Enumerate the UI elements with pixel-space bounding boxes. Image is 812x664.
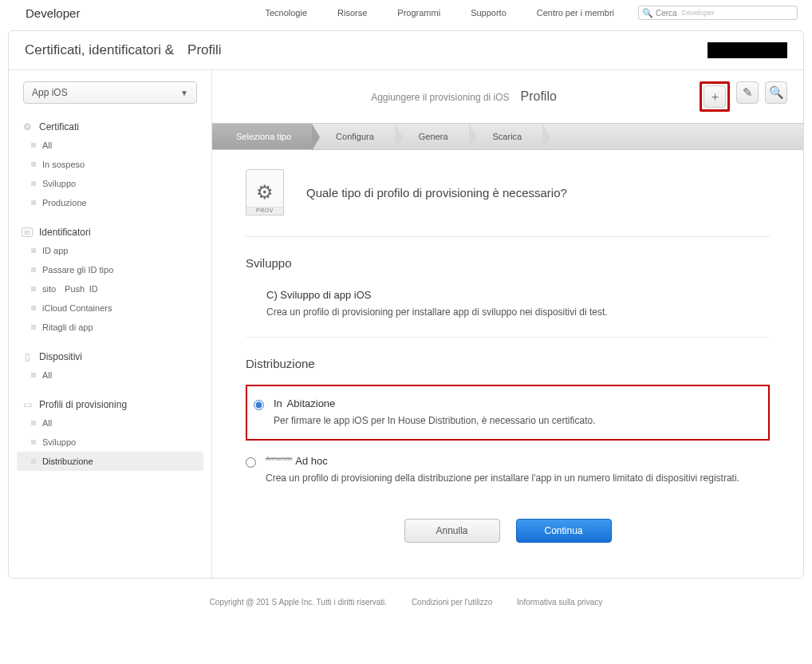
sidebar-heading[interactable]: ID Identificatori: [17, 223, 203, 241]
option-adhoc[interactable]: AnnuncioAd hoc Crea un profilo di provis…: [246, 450, 770, 496]
page-title: Certificati, identificatori & Profili: [25, 42, 222, 58]
intro-question: Quale tipo di profilo di provisioning è …: [306, 186, 567, 200]
magnifier-icon: 🔍: [769, 85, 784, 100]
footer-privacy[interactable]: Informativa sulla privacy: [517, 598, 602, 607]
radio-inhouse[interactable]: [254, 400, 264, 410]
account-blackbox[interactable]: [708, 42, 787, 58]
provisioning-file-icon: ⚙ PROV: [246, 169, 284, 215]
sidebar-item[interactable]: Produzione: [17, 193, 203, 212]
sidebar-group-profiles: ▭ Profili di provisioning All Sviluppo D…: [17, 396, 203, 471]
footer: Copyright @ 201 S Apple Inc. Tutti i dir…: [0, 587, 812, 626]
sidebar-heading[interactable]: ⚙ Certificati: [17, 118, 203, 136]
sidebar-item[interactable]: All: [17, 366, 203, 385]
search-label: Cerca: [656, 9, 677, 18]
sidebar-heading[interactable]: ▭ Profili di provisioning: [17, 396, 203, 413]
option-title: AnnuncioAd hoc: [266, 455, 739, 467]
top-nav: Developer Tecnologie Risorse Programmi S…: [0, 0, 812, 26]
radio-adhoc[interactable]: [246, 457, 256, 468]
add-button-highlight: ＋: [700, 81, 730, 112]
sidebar-item[interactable]: Passare gli ID tipo: [17, 260, 203, 279]
platform-label: App iOS: [32, 87, 68, 98]
main-panel: Aggiungere il provisioning di iOS Profil…: [212, 70, 803, 578]
main-header-title: Aggiungere il provisioning di iOS Profil…: [228, 89, 700, 104]
option-desc: Crea un profilo di provisioning della di…: [266, 471, 739, 485]
wizard-steps: Seleziona tipo Configura Genera Scarica: [212, 123, 803, 150]
inhouse-highlight: In Abitazione Per firmare le app iOS per…: [246, 385, 770, 441]
sidebar-item[interactable]: In sospeso: [17, 155, 203, 174]
platform-select[interactable]: App iOS ▼: [23, 81, 197, 104]
search-icon: 🔍: [642, 8, 653, 18]
edit-button[interactable]: ✎: [736, 81, 759, 104]
sidebar-item[interactable]: Sviluppo: [17, 174, 203, 193]
intro-row: ⚙ PROV Quale tipo di profilo di provisio…: [246, 169, 770, 237]
sidebar-heading[interactable]: ▯ Dispositivi: [17, 348, 203, 366]
sidebar-group-certificates: ⚙ Certificati All In sospeso Sviluppo Pr…: [17, 118, 203, 212]
content-area: ⚙ PROV Quale tipo di profilo di provisio…: [212, 150, 803, 578]
sidebar-item[interactable]: Ritagli di app: [17, 318, 203, 337]
topnav-links: Tecnologie Risorse Programmi Supporto Ce…: [265, 8, 614, 18]
edit-icon: ✎: [743, 85, 753, 100]
sidebar-item-distribution[interactable]: Distribuzione: [17, 452, 203, 471]
plus-icon: ＋: [709, 89, 721, 105]
chevron-down-icon: ▼: [180, 89, 188, 97]
nav-link[interactable]: Risorse: [337, 8, 367, 18]
gear-icon: ⚙: [22, 121, 33, 132]
add-button[interactable]: ＋: [704, 85, 726, 108]
option-title: C) Sviluppo di app iOS: [266, 289, 608, 301]
brand-label[interactable]: Developer: [26, 6, 80, 20]
search-button[interactable]: 🔍: [765, 81, 787, 104]
main-container: Certificati, identificatori & Profili Ap…: [8, 30, 804, 579]
titlebar: Certificati, identificatori & Profili: [9, 31, 803, 70]
sidebar-item[interactable]: ID app: [17, 241, 203, 260]
step-download[interactable]: Scarica: [469, 124, 543, 149]
nav-link[interactable]: Supporto: [471, 8, 507, 18]
sidebar-item[interactable]: sito Push ID: [17, 279, 203, 298]
step-configure[interactable]: Configura: [312, 124, 395, 149]
nav-link[interactable]: Programmi: [397, 8, 440, 18]
option-inhouse[interactable]: In Abitazione Per firmare le app iOS per…: [254, 393, 759, 431]
search-input[interactable]: 🔍 Cerca Developer: [638, 6, 798, 20]
nav-link[interactable]: Centro per i membri: [537, 8, 614, 18]
option-desc: Crea un profilo di provisioning per inst…: [266, 305, 608, 319]
nav-link[interactable]: Tecnologie: [265, 8, 307, 18]
id-icon: ID: [22, 227, 33, 238]
action-buttons: ＋ ✎ 🔍: [700, 81, 787, 112]
document-icon: ▭: [22, 399, 33, 410]
section-heading-dist: Distribuzione: [246, 357, 770, 370]
sidebar-item[interactable]: All: [17, 413, 203, 433]
continue-button[interactable]: Continua: [516, 519, 612, 543]
section-heading-dev: Sviluppo: [246, 256, 770, 270]
option-ios-dev[interactable]: C) Sviluppo di app iOS Crea un profilo d…: [246, 284, 770, 330]
option-title: In Abitazione: [274, 397, 596, 409]
footer-copyright: Copyright @ 201 S Apple Inc. Tutti i dir…: [210, 598, 387, 607]
sidebar: App iOS ▼ ⚙ Certificati All In sospeso S…: [9, 70, 212, 578]
divider: [246, 337, 770, 338]
main-header: Aggiungere il provisioning di iOS Profil…: [212, 70, 803, 123]
step-select-type[interactable]: Seleziona tipo: [212, 124, 312, 149]
footer-terms[interactable]: Condizioni per l'utilizzo: [412, 598, 492, 607]
gear-icon: ⚙: [256, 181, 274, 204]
device-icon: ▯: [22, 351, 33, 362]
sidebar-group-identifiers: ID Identificatori ID app Passare gli ID …: [17, 223, 203, 337]
sidebar-group-devices: ▯ Dispositivi All: [17, 348, 203, 385]
search-placeholder: Developer: [682, 9, 715, 17]
cancel-button[interactable]: Annulla: [404, 519, 500, 543]
option-desc: Per firmare le app iOS per In House Dist…: [274, 413, 596, 428]
sidebar-item[interactable]: All: [17, 136, 203, 155]
button-row: Annulla Continua: [246, 496, 770, 562]
sidebar-item[interactable]: iCloud Containers: [17, 298, 203, 318]
sidebar-item[interactable]: Sviluppo: [17, 433, 203, 452]
step-generate[interactable]: Genera: [395, 124, 469, 149]
